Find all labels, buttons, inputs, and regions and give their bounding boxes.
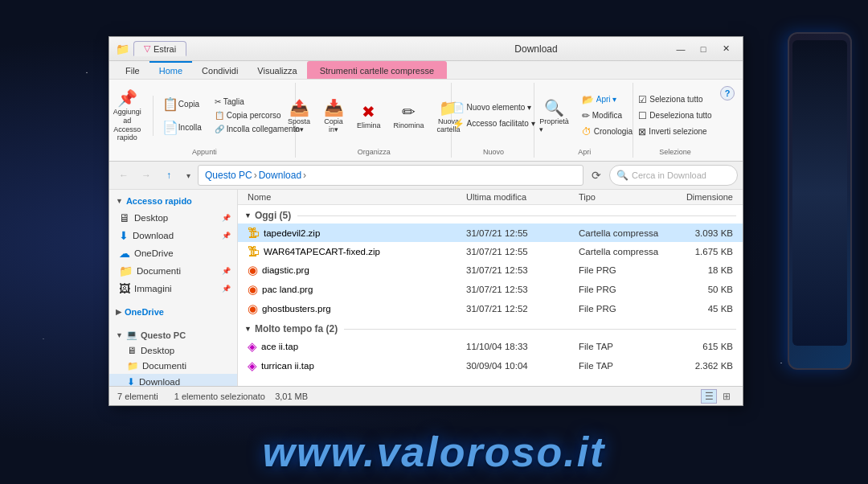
file-row-tapedevil2[interactable]: 🗜 tapedevil2.zip 31/07/21 12:55 Cartella… [238,224,743,242]
close-button[interactable]: ✕ [715,41,736,57]
move-icon: 📤 [289,98,309,117]
file-row-turricanII[interactable]: ◈ turrican ii.tap 30/09/04 10:04 File TA… [238,356,743,375]
onedrive-header[interactable]: ▶ OneDrive [109,304,237,320]
proprieta-button[interactable]: 🔍 Proprietà ▾ [532,94,576,137]
ribbon-tab-strumenti[interactable]: Strumenti cartelle compresse [307,61,447,79]
file-row-war64[interactable]: 🗜 WAR64TAPECART-fixed.zip 31/07/21 12:55… [238,242,743,260]
copia-in-button[interactable]: 📥 Copiain▾ [317,95,350,137]
file-type: Cartella compressa [575,228,672,239]
incolla-button[interactable]: 📄 Incolla [157,117,207,138]
modifica-button[interactable]: ✏ Modifica [578,109,637,123]
deseleziona-tutto-button[interactable]: ☐ Deseleziona tutto [634,109,715,123]
path-copy-icon: 📋 [215,111,224,120]
questo-pc-header[interactable]: ▼ 💻 Questo PC [109,326,237,343]
file-row-pacland[interactable]: ◉ pac land.prg 31/07/21 12:53 File PRG 5… [238,280,743,299]
ribbon-tab-visualizza[interactable]: Visualizza [248,61,306,79]
group-divider [297,215,736,216]
file-size-4: 50 KB [672,284,736,295]
minimize-button[interactable]: — [670,41,691,57]
prg-icon-1: ◉ [248,263,258,277]
file-modified-3: 31/07/21 12:53 [463,265,575,276]
file-type-3: File PRG [575,265,672,276]
pin-icon: 📌 [222,214,231,222]
sposta-in-button[interactable]: 📤 Spostain▾ [282,95,316,137]
col-tipo[interactable]: Tipo [575,192,672,202]
file-row-ghostbusters[interactable]: ◉ ghostbusters.prg 31/07/21 12:52 File P… [238,299,743,318]
elimina-button[interactable]: ✖ Elimina [351,99,387,133]
group-divider-2 [344,329,736,330]
address-path[interactable]: Questo PC › Download › [198,165,583,186]
inverti-selezione-button[interactable]: ⊠ Inverti selezione [634,125,715,139]
col-ultima-modifica[interactable]: Ultima modifica [463,192,575,202]
add-quick-icon: 📌 [117,88,137,108]
zip-icon: 🗜 [248,226,260,240]
aggiungi-accesso-button[interactable]: 📌 Aggiungi adAccesso rapido [105,84,149,146]
ribbon-group-accesso: 📌 Aggiungi adAccesso rapido 📋 Copia 📄 In… [114,83,296,158]
nav-up-button[interactable]: ↑ [159,166,178,185]
apri-button[interactable]: 📂 Apri ▾ [578,92,637,107]
sidebar-item-documenti-pc[interactable]: 📁 Documenti [109,358,237,374]
breadcrumb-questo-pc[interactable]: Questo PC [205,170,252,181]
quick-access-header[interactable]: ▼ Accesso rapido [109,193,237,209]
tap-icon-1: ◈ [248,339,257,354]
ribbon-tabs: File Home Condividi Visualizza Strumenti… [109,61,743,79]
file-name-3: diagstic.prg [262,265,309,275]
file-name-2: WAR64TAPECART-fixed.zip [264,247,380,256]
status-count: 7 elementi [117,392,158,401]
file-row-aceii[interactable]: ◈ ace ii.tap 11/10/04 18:33 File TAP 615… [238,337,743,356]
watermark: www.valoroso.it [0,428,868,476]
accesso-facilitato-button[interactable]: ⚡ Accesso facilitato ▾ [448,117,539,131]
tiles-view-button[interactable]: ⊞ [719,389,735,404]
new-item-icon: 📄 [452,102,465,113]
ribbon: File Home Condividi Visualizza Strumenti… [109,61,743,162]
ribbon-tab-file[interactable]: File [116,61,149,79]
desktop-pc-icon: 🖥 [127,346,137,355]
invert-selection-icon: ⊠ [638,126,646,137]
pin-icon-4: 📌 [222,285,231,293]
file-name-cell-4: ◉ pac land.prg [244,281,463,297]
sidebar-item-documenti-quick[interactable]: 📁 Documenti 📌 [109,262,237,280]
sidebar-item-desktop[interactable]: 🖥 Desktop 📌 [109,209,237,227]
seleziona-tutto-button[interactable]: ☑ Seleziona tutto [634,92,715,107]
main-content: ▼ Accesso rapido 🖥 Desktop 📌 ⬇ Download … [109,190,743,386]
nuovo-elemento-button[interactable]: 📄 Nuovo elemento ▾ [448,100,539,115]
file-modified-6: 11/10/04 18:33 [463,341,575,352]
title-bar: 📁 ▽ Estrai Download — □ ✕ [109,37,743,61]
rinomina-button[interactable]: ✏ Rinomina [388,99,430,133]
apri-label: Apri [578,146,591,156]
ribbon-tab-home[interactable]: Home [149,61,192,79]
file-size: 3.093 KB [672,228,736,239]
file-row-diagstic[interactable]: ◉ diagstic.prg 31/07/21 12:53 File PRG 1… [238,260,743,280]
nav-forward-button[interactable]: → [137,166,156,185]
address-bar: ← → ↑ ▾ Questo PC › Download › ⟳ 🔍 Cerca… [109,162,743,190]
details-view-button[interactable]: ☰ [701,389,717,404]
window-controls: — □ ✕ [670,41,736,57]
copy-to-icon: 📥 [324,98,344,117]
breadcrumb-download[interactable]: Download [259,170,301,181]
questo-pc-icon: 💻 [126,330,137,340]
cronologia-button[interactable]: ⏱ Cronologia [578,125,637,139]
nav-recent-button[interactable]: ▾ [182,166,194,185]
sidebar-item-download-quick[interactable]: ⬇ Download 📌 [109,227,237,244]
sidebar-item-onedrive-quick[interactable]: ☁ OneDrive [109,244,237,262]
search-icon: 🔍 [616,170,628,181]
desktop-icon: 🖥 [119,211,130,224]
link-paste-icon: 🔗 [215,125,224,133]
refresh-button[interactable]: ⟳ [587,166,606,185]
file-size-6: 615 KB [672,341,736,352]
help-button[interactable]: ? [720,86,735,100]
sidebar-item-immagini-quick[interactable]: 🖼 Immagini 📌 [109,280,237,297]
group-collapse-icon-2[interactable]: ▼ [244,325,252,333]
col-nome[interactable]: Nome [244,192,463,202]
sidebar-item-desktop-pc[interactable]: 🖥 Desktop [109,343,237,358]
rename-icon: ✏ [402,102,416,121]
maximize-button[interactable]: □ [693,41,714,57]
ribbon-tab-condividi[interactable]: Condividi [192,61,248,79]
sidebar-item-download-pc[interactable]: ⬇ Download [109,374,237,386]
copia-button[interactable]: 📋 Copia [157,93,207,115]
col-dimensione[interactable]: Dimensione [672,192,736,202]
group-collapse-icon[interactable]: ▼ [244,211,252,219]
zip-icon-2: 🗜 [248,244,260,258]
file-modified-2: 31/07/21 12:55 [463,246,575,257]
nav-back-button[interactable]: ← [114,166,133,185]
